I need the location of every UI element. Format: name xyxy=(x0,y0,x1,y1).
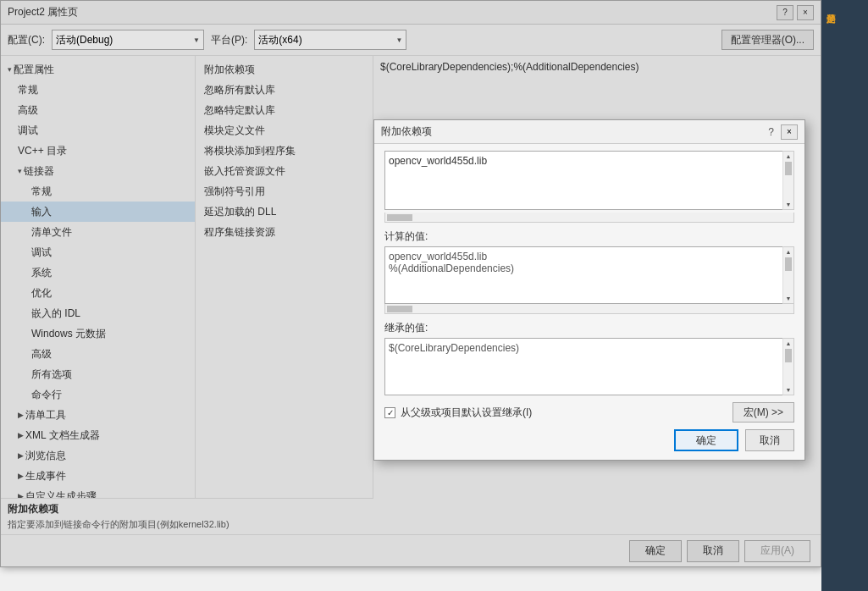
dialog-footer: 确定 取消 xyxy=(384,429,794,451)
hscroll-thumb xyxy=(387,214,412,221)
edit-hscrollbar[interactable] xyxy=(384,213,794,223)
main-window: Project2 属性页 ? × 配置(C): 活动(Debug) ▼ 平台(P… xyxy=(0,0,821,567)
inherited-vscrollbar[interactable]: ▲ ▼ xyxy=(782,338,794,395)
checkbox-row: 从父级或项目默认设置继承(I) 宏(M) >> xyxy=(384,402,794,423)
side-bar: 还是追梦的 xyxy=(821,0,868,591)
computed-value-1: opencv_world455d.lib xyxy=(389,251,790,262)
inherit-checkbox-label: 从父级或项目默认设置继承(I) xyxy=(401,406,532,420)
dialog-title: 附加依赖项 xyxy=(381,124,432,139)
dialog-cancel-button[interactable]: 取消 xyxy=(745,429,794,451)
scroll-thumb xyxy=(785,162,792,175)
dialog-ok-button[interactable]: 确定 xyxy=(674,429,738,451)
inherited-area-wrapper: $(CoreLibraryDependencies) ▲ ▼ xyxy=(384,338,794,395)
computed-vscrollbar[interactable]: ▲ ▼ xyxy=(782,246,794,304)
edit-area-wrapper: opencv_world455d.lib ▲ ▼ xyxy=(384,151,794,213)
macro-button[interactable]: 宏(M) >> xyxy=(733,402,794,423)
computed-area-wrapper: opencv_world455d.lib %(AdditionalDepende… xyxy=(384,246,794,304)
additional-deps-dialog: 附加依赖项 ? × opencv_world455d.lib ▲ ▼ xyxy=(373,119,805,461)
computed-hscrollbar[interactable] xyxy=(384,304,794,314)
inherit-checkbox[interactable] xyxy=(384,407,395,418)
computed-value-2: %(AdditionalDependencies) xyxy=(389,262,790,274)
dialog-title-bar: 附加依赖项 ? × xyxy=(374,120,804,144)
computed-values-area: opencv_world455d.lib %(AdditionalDepende… xyxy=(384,246,794,304)
inherited-scroll-up[interactable]: ▲ xyxy=(786,339,792,348)
computed-scroll-thumb xyxy=(785,257,792,271)
dialog-overlay: 附加依赖项 ? × opencv_world455d.lib ▲ ▼ xyxy=(1,1,821,566)
dialog-body: opencv_world455d.lib ▲ ▼ 计算的值: opencv_wo… xyxy=(374,144,804,460)
inherited-label: 继承的值: xyxy=(384,321,794,335)
dialog-close-button[interactable]: × xyxy=(781,124,798,140)
dialog-help-button[interactable]: ? xyxy=(763,126,779,138)
additional-deps-input[interactable]: opencv_world455d.lib xyxy=(384,151,794,210)
dialog-title-btns: ? × xyxy=(763,124,798,140)
computed-label: 计算的值: xyxy=(384,229,794,244)
scroll-down-arrow[interactable]: ▼ xyxy=(786,200,792,209)
computed-scroll-down[interactable]: ▼ xyxy=(786,294,792,303)
computed-scroll-up[interactable]: ▲ xyxy=(786,247,792,257)
edit-vscrollbar[interactable]: ▲ ▼ xyxy=(782,151,794,210)
computed-hscroll-thumb xyxy=(387,306,412,312)
inherited-scroll-thumb xyxy=(785,349,792,362)
inherited-scroll-down[interactable]: ▼ xyxy=(786,385,792,395)
inherited-values-area: $(CoreLibraryDependencies) xyxy=(384,338,794,395)
side-bar-label: 还是追梦的 xyxy=(821,0,841,14)
inherited-value-1: $(CoreLibraryDependencies) xyxy=(389,342,790,354)
scroll-up-arrow[interactable]: ▲ xyxy=(786,152,792,161)
